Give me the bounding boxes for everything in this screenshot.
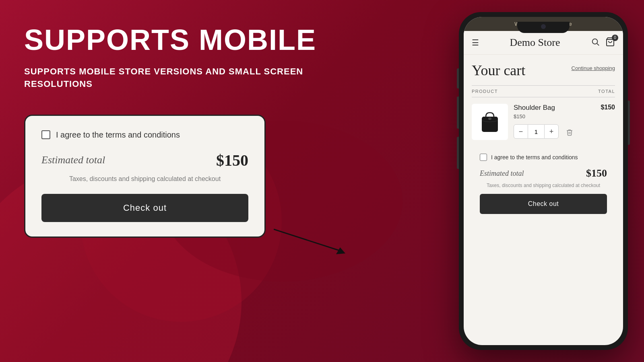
cart-header: Your cart Continue shopping [472, 62, 615, 79]
phone-side-btn-1 [457, 68, 459, 88]
product-image [472, 104, 508, 140]
product-name: Shoulder Bag [514, 104, 595, 112]
cart-badge: 0 [612, 35, 618, 41]
card-tax-note: Taxes, discounts and shipping calculated… [41, 175, 248, 183]
card-estimated-total-amount: $150 [216, 151, 248, 170]
continue-shopping-link[interactable]: Continue shopping [572, 65, 615, 71]
phone-side-btn-right [628, 101, 630, 145]
nav-icon-group: 0 [591, 37, 615, 49]
delete-product-button[interactable] [566, 129, 573, 138]
mobile-checkout-button[interactable]: Check out [480, 194, 607, 214]
store-name: Demo Store [510, 37, 560, 49]
terms-checkbox-label: I agree to the terms and conditions [56, 130, 180, 140]
quantity-decrease-button[interactable]: − [514, 124, 528, 139]
cart-content-area: Your cart Continue shopping PRODUCT TOTA… [464, 55, 623, 345]
card-estimated-total-label: Estimated total [41, 154, 105, 166]
cart-icon[interactable]: 0 [605, 37, 615, 49]
phone-screen: Welcome to our store ☰ Demo Store [464, 17, 623, 345]
store-nav: ☰ Demo Store [464, 31, 623, 55]
mobile-total-row: Estimated total $150 [480, 167, 607, 179]
svg-point-2 [592, 39, 598, 44]
mobile-checkbox-row: I agree to the terms and conditions [480, 154, 607, 161]
mobile-estimated-total-label: Estimated total [480, 169, 524, 178]
main-title: SUPPORTS MOBILE [24, 24, 338, 56]
search-icon[interactable] [591, 37, 600, 48]
card-checkout-button[interactable]: Check out [41, 194, 248, 222]
mobile-tax-note: Taxes, discounts and shipping calculated… [480, 183, 607, 188]
product-unit-price: $150 [514, 113, 595, 119]
left-panel: SUPPORTS MOBILE SUPPORTS MOBILE STORE VE… [24, 24, 338, 238]
cart-title: Your cart [472, 62, 525, 79]
quantity-display: 1 [528, 124, 544, 139]
phone-frame: Welcome to our store ☰ Demo Store [459, 12, 628, 350]
hamburger-icon[interactable]: ☰ [472, 38, 479, 47]
col-product-header: PRODUCT [472, 89, 498, 94]
quantity-controls: − 1 + [514, 124, 559, 139]
card-total-row: Estimated total $150 [41, 151, 248, 170]
col-total-header: TOTAL [598, 89, 615, 94]
zoom-card: I agree to the terms and conditions Esti… [24, 115, 266, 238]
quantity-increase-button[interactable]: + [544, 124, 559, 139]
phone-side-btn-2 [457, 97, 459, 129]
product-row: Shoulder Bag $150 − 1 + [472, 104, 615, 140]
mobile-terms-label: I agree to the terms and conditions [491, 154, 578, 160]
card-checkbox-row: I agree to the terms and conditions [41, 130, 248, 140]
terms-checkbox[interactable] [41, 130, 50, 139]
subtitle: SUPPORTS MOBILE STORE VERSIONS AND SMALL… [24, 66, 338, 90]
phone-notch [517, 22, 570, 33]
svg-line-3 [597, 43, 599, 45]
product-info: Shoulder Bag $150 − 1 + [514, 104, 595, 139]
phone-side-btn-3 [457, 137, 459, 169]
phone-mockup: Welcome to our store ☰ Demo Store [459, 12, 628, 350]
column-headers: PRODUCT TOTAL [472, 85, 615, 97]
mobile-cart-footer: I agree to the terms and conditions Esti… [472, 147, 615, 220]
product-row-total: $150 [601, 104, 615, 111]
mobile-terms-checkbox[interactable] [480, 154, 487, 161]
phone-notch-dot [541, 24, 546, 29]
mobile-estimated-total-amount: $150 [586, 167, 607, 179]
